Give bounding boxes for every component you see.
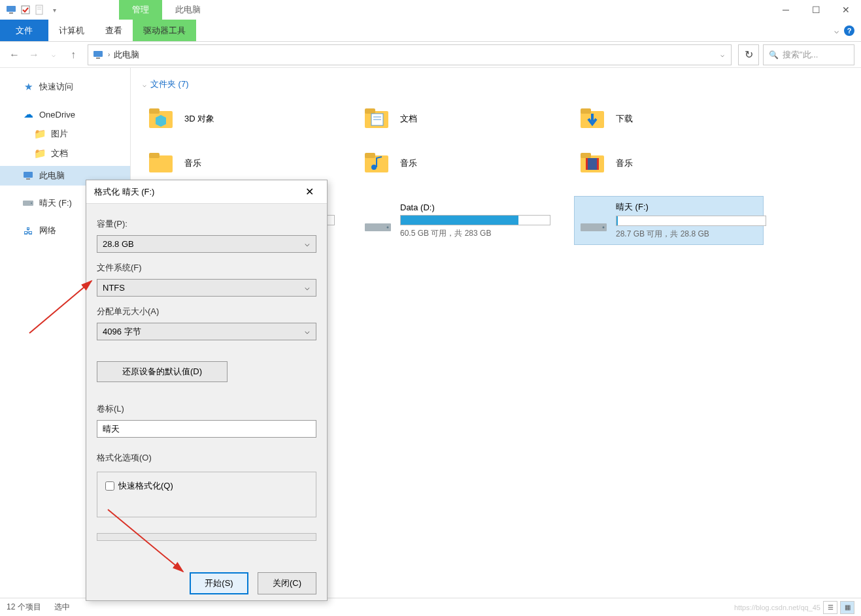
section-title: 文件夹 (7) <box>150 78 189 90</box>
drive-tools-tab[interactable]: 驱动器工具 <box>133 20 196 41</box>
recent-dropdown[interactable]: ⌵ <box>46 47 61 63</box>
search-input[interactable]: 🔍 搜索"此... <box>763 44 854 65</box>
folders-section-header[interactable]: ⌵ 文件夹 (7) <box>143 76 849 93</box>
titlebar: ▾ 管理 此电脑 ─ ☐ ✕ <box>0 0 861 20</box>
svg-rect-6 <box>93 51 103 57</box>
folder-icon <box>145 103 177 135</box>
folder-name: 音乐 <box>184 157 201 169</box>
drive-detail: 60.5 GB 可用，共 283 GB <box>400 228 550 239</box>
format-dialog: 格式化 晴天 (F:) ✕ 容量(P): 28.8 GB 文件系统(F) NTF… <box>86 180 328 601</box>
capacity-label: 容量(P): <box>97 218 316 230</box>
help-icon[interactable]: ? <box>844 25 854 36</box>
dropdown-icon[interactable]: ▾ <box>48 4 60 16</box>
folder-name: 下载 <box>616 113 633 125</box>
drive-info: 晴天 (F:) 28.7 GB 可用，共 28.8 GB <box>616 201 766 240</box>
svg-point-39 <box>603 226 605 228</box>
quick-format-input[interactable] <box>105 481 114 491</box>
svg-rect-30 <box>586 158 588 170</box>
volume-label-input[interactable] <box>97 420 316 438</box>
dialog-close-button[interactable]: ✕ <box>300 183 319 201</box>
sidebar-item-onedrive[interactable]: ☁ OneDrive <box>0 105 130 124</box>
sidebar-item-label: 文档 <box>51 148 68 159</box>
sidebar-item-quick-access[interactable]: ★ 快速访问 <box>0 77 130 97</box>
progress-bar <box>97 533 316 541</box>
chevron-down-icon: ⌵ <box>143 81 146 88</box>
star-icon: ★ <box>22 81 34 93</box>
quick-format-label: 快速格式化(Q) <box>118 480 173 492</box>
properties-icon[interactable] <box>34 4 46 16</box>
minimize-button[interactable]: ─ <box>771 0 801 20</box>
drive-item[interactable]: 晴天 (F:) 28.7 GB 可用，共 28.8 GB <box>574 196 764 245</box>
manage-tab[interactable]: 管理 <box>119 0 162 20</box>
icons-view-button[interactable]: ▦ <box>840 601 854 614</box>
back-button[interactable]: ← <box>7 47 22 63</box>
breadcrumb-item[interactable]: 此电脑 <box>114 49 139 61</box>
folder-item[interactable]: 音乐 <box>574 144 764 183</box>
thispc-icon <box>92 49 104 61</box>
search-placeholder: 搜索"此... <box>783 49 818 61</box>
svg-rect-16 <box>365 108 375 114</box>
filesystem-select[interactable]: NTFS <box>97 279 316 297</box>
cloud-icon: ☁ <box>22 108 34 120</box>
view-tab[interactable]: 查看 <box>95 20 133 41</box>
folder-item[interactable]: 音乐 <box>358 144 548 183</box>
watermark: https://blog.csdn.net/qq_45 <box>734 604 820 611</box>
drive-detail: 28.7 GB 可用，共 28.8 GB <box>616 229 766 240</box>
drive-name: 晴天 (F:) <box>616 201 766 213</box>
folder-icon <box>577 148 608 179</box>
dialog-titlebar[interactable]: 格式化 晴天 (F:) ✕ <box>86 180 327 204</box>
window-title: 此电脑 <box>162 0 214 20</box>
drive-usage-bar <box>400 215 550 225</box>
sidebar-item-pictures[interactable]: 📁 图片 <box>0 124 130 144</box>
folder-grid: 3D 对象文档下载音乐音乐音乐 <box>143 99 849 183</box>
svg-rect-13 <box>149 108 160 114</box>
dialog-footer: 开始(S) 关闭(C) <box>97 546 316 594</box>
capacity-select[interactable]: 28.8 GB <box>97 235 316 253</box>
contextual-tabs: 管理 <box>119 0 162 20</box>
chevron-down-icon[interactable]: ⌵ <box>834 26 839 35</box>
folder-icon <box>577 103 608 135</box>
restore-defaults-button[interactable]: 还原设备的默认值(D) <box>97 361 228 382</box>
up-button[interactable]: ↑ <box>65 47 81 63</box>
allocation-select[interactable]: 4096 字节 <box>97 323 316 340</box>
sidebar-item-documents[interactable]: 📁 文档 <box>0 144 130 163</box>
svg-rect-1 <box>9 12 13 14</box>
svg-rect-9 <box>26 178 30 180</box>
drive-item[interactable]: Data (D:) 60.5 GB 可用，共 283 GB <box>358 196 548 245</box>
quick-format-checkbox[interactable]: 快速格式化(Q) <box>105 480 308 492</box>
folder-item[interactable]: 下载 <box>574 99 764 138</box>
svg-rect-3 <box>36 5 42 14</box>
folder-name: 3D 对象 <box>184 113 214 125</box>
folder-item[interactable]: 3D 对象 <box>143 99 332 138</box>
address-dropdown-icon[interactable]: ⌵ <box>718 51 727 58</box>
refresh-button[interactable]: ↻ <box>738 44 759 65</box>
folder-icon <box>145 148 177 179</box>
computer-tab[interactable]: 计算机 <box>48 20 95 41</box>
folder-icon: 📁 <box>34 148 46 159</box>
drive-icon <box>22 197 34 209</box>
folder-icon: 📁 <box>34 128 46 140</box>
folder-item[interactable]: 音乐 <box>143 144 332 183</box>
folder-name: 音乐 <box>400 157 417 169</box>
format-options-group: 快速格式化(Q) <box>97 472 316 517</box>
details-view-button[interactable]: ☰ <box>823 601 837 614</box>
breadcrumb-arrow-icon[interactable]: › <box>108 51 110 58</box>
file-tab[interactable]: 文件 <box>0 20 48 41</box>
sidebar-item-label: 此电脑 <box>39 170 65 182</box>
svg-point-26 <box>371 165 377 170</box>
svg-rect-2 <box>22 6 29 14</box>
close-button[interactable]: ✕ <box>831 0 861 20</box>
address-bar[interactable]: › 此电脑 ⌵ <box>88 44 732 65</box>
maximize-button[interactable]: ☐ <box>801 0 831 20</box>
item-count: 12 个项目 <box>7 602 41 613</box>
format-options-label: 格式化选项(O) <box>97 452 316 464</box>
folder-name: 文档 <box>400 113 417 125</box>
forward-button[interactable]: → <box>26 47 42 63</box>
folder-item[interactable]: 文档 <box>358 99 548 138</box>
checkbox-icon[interactable] <box>20 4 31 16</box>
drive-usage-bar <box>616 216 766 226</box>
close-dialog-button[interactable]: 关闭(C) <box>258 572 316 594</box>
svg-rect-8 <box>24 172 33 178</box>
start-button[interactable]: 开始(S) <box>190 572 248 594</box>
drive-icon <box>363 205 392 236</box>
